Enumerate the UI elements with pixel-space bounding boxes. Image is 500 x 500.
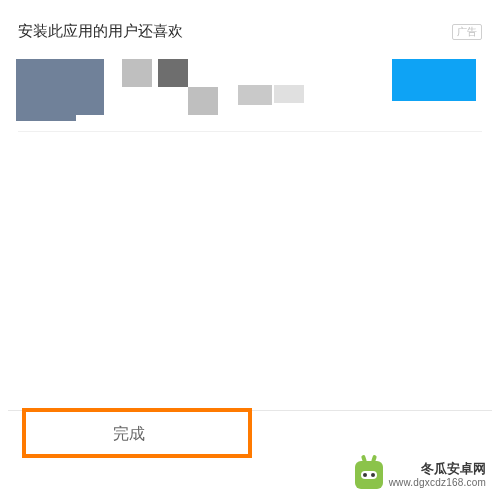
ad-badge: 广告 — [452, 24, 482, 40]
watermark-name: 冬瓜安卓网 — [389, 462, 486, 476]
android-logo-icon — [355, 461, 383, 489]
recommendations-section: 安装此应用的用户还喜欢 广告 — [8, 8, 492, 140]
watermark-url: www.dgxcdz168.com — [389, 477, 486, 488]
divider — [18, 131, 482, 132]
recommendations-title: 安装此应用的用户还喜欢 — [18, 22, 183, 41]
app-thumbnail — [16, 115, 76, 121]
app-thumbnail[interactable] — [158, 59, 188, 87]
watermark: 冬瓜安卓网 www.dgxcdz168.com — [8, 458, 492, 492]
recommendations-header: 安装此应用的用户还喜欢 广告 — [18, 22, 482, 41]
app-thumbnails-row — [18, 55, 482, 125]
app-thumbnail[interactable] — [392, 59, 476, 101]
app-thumbnail[interactable] — [122, 59, 152, 87]
done-button[interactable]: 完成 — [8, 411, 250, 458]
app-thumbnail[interactable] — [274, 85, 304, 103]
app-thumbnail[interactable] — [238, 85, 272, 105]
app-thumbnail[interactable] — [16, 59, 104, 115]
app-thumbnail[interactable] — [188, 87, 218, 115]
bottom-action-bar: 完成 — [8, 410, 492, 458]
secondary-button[interactable] — [251, 411, 493, 458]
